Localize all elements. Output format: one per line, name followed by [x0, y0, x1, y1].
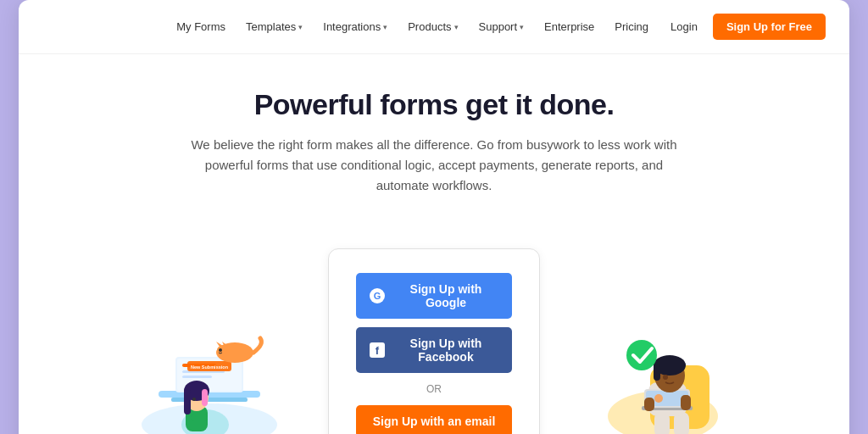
svg-point-31 [654, 394, 663, 403]
svg-point-37 [663, 375, 668, 380]
nav-support[interactable]: Support ▾ [472, 15, 531, 38]
or-divider: OR [426, 383, 442, 395]
hero-title: Powerful forms get it done. [53, 88, 815, 121]
content-area: New Submission [19, 240, 849, 434]
svg-rect-33 [681, 395, 691, 410]
chevron-down-icon: ▾ [520, 23, 524, 31]
google-icon: G [370, 288, 385, 303]
svg-point-22 [219, 348, 222, 352]
nav-signup-button[interactable]: Sign Up for Free [713, 14, 826, 40]
svg-rect-15 [202, 389, 208, 406]
nav-products[interactable]: Products ▾ [401, 15, 465, 38]
nav-enterprise[interactable]: Enterprise [537, 15, 601, 38]
navbar: My Forms Templates ▾ Integrations ▾ Prod… [19, 0, 849, 54]
illustration-right [574, 281, 743, 434]
svg-rect-14 [184, 389, 191, 415]
svg-rect-32 [644, 398, 654, 411]
svg-point-16 [192, 398, 196, 401]
signup-email-button[interactable]: Sign Up with an email [356, 405, 512, 434]
svg-point-38 [626, 340, 657, 370]
nav-pricing[interactable]: Pricing [608, 15, 655, 38]
chevron-down-icon: ▾ [454, 23, 459, 31]
svg-rect-2 [171, 398, 248, 402]
svg-rect-7 [182, 376, 212, 378]
illustration-left: New Submission [125, 281, 294, 434]
chevron-down-icon: ▾ [298, 23, 303, 31]
signup-card: G Sign Up with Google f Sign Up with Fac… [328, 248, 540, 434]
hero-subtitle: We believe the right form makes all the … [188, 135, 680, 196]
chevron-down-icon: ▾ [383, 23, 387, 31]
nav-integrations[interactable]: Integrations ▾ [316, 15, 394, 38]
signup-google-button[interactable]: G Sign Up with Google [356, 273, 512, 319]
svg-rect-36 [654, 364, 660, 381]
nav-login[interactable]: Login [662, 15, 706, 38]
svg-marker-20 [216, 342, 223, 347]
signup-facebook-button[interactable]: f Sign Up with Facebook [356, 327, 512, 373]
facebook-icon: f [370, 342, 385, 358]
hero-section: Powerful forms get it done. We believe t… [19, 54, 849, 240]
main-container: My Forms Templates ▾ Integrations ▾ Prod… [19, 0, 849, 434]
svg-rect-17 [191, 415, 208, 421]
svg-text:New Submission: New Submission [191, 364, 229, 370]
nav-templates[interactable]: Templates ▾ [239, 15, 309, 38]
nav-my-forms[interactable]: My Forms [170, 15, 232, 38]
